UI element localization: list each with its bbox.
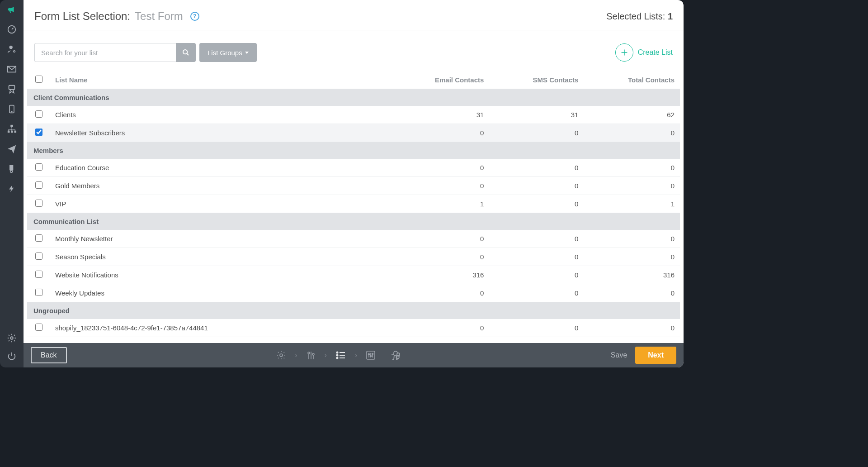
row-checkbox[interactable] (35, 271, 42, 278)
row-checkbox[interactable] (35, 129, 42, 136)
paper-plane-icon[interactable] (6, 143, 18, 155)
lists-table: List Name Email Contacts SMS Contacts To… (27, 71, 680, 337)
svg-point-13 (280, 354, 283, 357)
row-list-name: Monthly Newsletter (50, 230, 389, 248)
row-email-contacts: 0 (389, 177, 490, 195)
plus-icon (615, 43, 633, 62)
gear-icon[interactable] (6, 332, 18, 344)
svg-point-15 (312, 353, 314, 355)
help-icon[interactable]: ? (190, 12, 199, 21)
create-list-button[interactable]: Create List (615, 43, 673, 62)
group-header-row: Client Communications (27, 89, 680, 106)
row-checkbox[interactable] (35, 110, 42, 118)
list-row[interactable]: Monthly Newsletter000 (27, 230, 680, 248)
row-list-name: Website Notifications (50, 266, 389, 284)
row-sms-contacts: 0 (489, 284, 584, 302)
svg-rect-3 (9, 86, 15, 90)
select-all-checkbox[interactable] (35, 76, 42, 83)
sitemap-icon[interactable] (6, 123, 18, 135)
svg-rect-9 (14, 131, 17, 133)
group-name: Client Communications (27, 89, 680, 106)
user-settings-icon[interactable] (6, 43, 18, 55)
row-total-contacts: 0 (584, 284, 680, 302)
col-email-contacts: Email Contacts (389, 71, 490, 89)
list-row[interactable]: Gold Members000 (27, 177, 680, 195)
list-row[interactable]: shopify_18233751-6048-4c72-9fe1-73857a74… (27, 319, 680, 337)
row-checkbox[interactable] (35, 289, 42, 296)
list-row[interactable]: Education Course000 (27, 159, 680, 177)
row-sms-contacts: 0 (489, 319, 584, 337)
award-icon[interactable] (6, 163, 18, 175)
step-design-icon[interactable] (306, 350, 316, 361)
row-total-contacts: 0 (584, 248, 680, 266)
step-lists-icon[interactable] (335, 350, 347, 361)
svg-rect-8 (11, 131, 13, 133)
row-email-contacts: 316 (389, 266, 490, 284)
row-total-contacts: 0 (584, 159, 680, 177)
row-checkbox[interactable] (35, 253, 42, 260)
row-email-contacts: 0 (389, 248, 490, 266)
group-name: Members (27, 142, 680, 159)
row-checkbox[interactable] (35, 181, 42, 189)
row-total-contacts: 0 (584, 124, 680, 142)
row-sms-contacts: 0 (489, 248, 584, 266)
row-list-name: Education Course (50, 159, 389, 177)
row-email-contacts: 0 (389, 284, 490, 302)
step-settings-icon[interactable] (276, 350, 287, 361)
row-checkbox[interactable] (35, 163, 42, 171)
row-sms-contacts: 0 (489, 159, 584, 177)
col-list-name: List Name (50, 71, 389, 89)
svg-point-1 (9, 46, 13, 49)
row-email-contacts: 0 (389, 124, 490, 142)
search-button[interactable] (176, 43, 196, 62)
svg-point-5 (11, 111, 12, 112)
row-checkbox[interactable] (35, 200, 42, 207)
row-list-name: Newsletter Subscribers (50, 124, 389, 142)
list-row[interactable]: Weekly Updates000 (27, 284, 680, 302)
list-groups-label: List Groups (208, 49, 242, 57)
row-sms-contacts: 0 (489, 124, 584, 142)
back-button[interactable]: Back (31, 347, 67, 363)
list-row[interactable]: Clients313162 (27, 106, 680, 124)
gauge-icon[interactable] (6, 24, 18, 35)
chevron-right-icon: › (355, 351, 357, 359)
megaphone-icon[interactable] (6, 4, 18, 15)
step-confirm-icon[interactable] (391, 350, 401, 361)
sidebar (0, 0, 24, 367)
row-sms-contacts: 0 (489, 266, 584, 284)
main-panel: Form List Selection: Test Form ? Selecte… (24, 0, 684, 367)
chevron-right-icon: › (295, 351, 297, 359)
envelope-icon[interactable] (6, 63, 18, 75)
next-button[interactable]: Next (635, 347, 676, 364)
page-title-static: Form List Selection: (34, 10, 130, 23)
row-email-contacts: 0 (389, 159, 490, 177)
row-list-name: VIP (50, 195, 389, 213)
list-row[interactable]: Newsletter Subscribers000 (27, 124, 680, 142)
row-email-contacts: 0 (389, 230, 490, 248)
row-checkbox[interactable] (35, 324, 42, 331)
search-input[interactable] (34, 43, 176, 62)
create-list-label: Create List (638, 48, 673, 57)
step-options-icon[interactable] (365, 350, 376, 361)
row-total-contacts: 0 (584, 230, 680, 248)
list-row[interactable]: Website Notifications3160316 (27, 266, 680, 284)
svg-point-22 (372, 353, 373, 355)
svg-point-17 (336, 355, 338, 356)
power-icon[interactable] (6, 350, 18, 362)
bolt-icon[interactable] (6, 183, 18, 195)
row-total-contacts: 0 (584, 319, 680, 337)
chevron-right-icon: › (325, 351, 327, 359)
row-checkbox[interactable] (35, 234, 42, 242)
save-button[interactable]: Save (611, 351, 627, 359)
list-groups-button[interactable]: List Groups (199, 43, 257, 62)
list-row[interactable]: VIP101 (27, 195, 680, 213)
svg-point-20 (368, 354, 370, 355)
group-header-row: Members (27, 142, 680, 159)
badge-icon[interactable] (6, 83, 18, 95)
row-email-contacts: 0 (389, 319, 490, 337)
phone-icon[interactable] (6, 103, 18, 115)
row-email-contacts: 1 (389, 195, 490, 213)
list-row[interactable]: Season Specials000 (27, 248, 680, 266)
group-name: Ungrouped (27, 302, 680, 319)
selected-lists-label: Selected Lists: (606, 11, 665, 21)
